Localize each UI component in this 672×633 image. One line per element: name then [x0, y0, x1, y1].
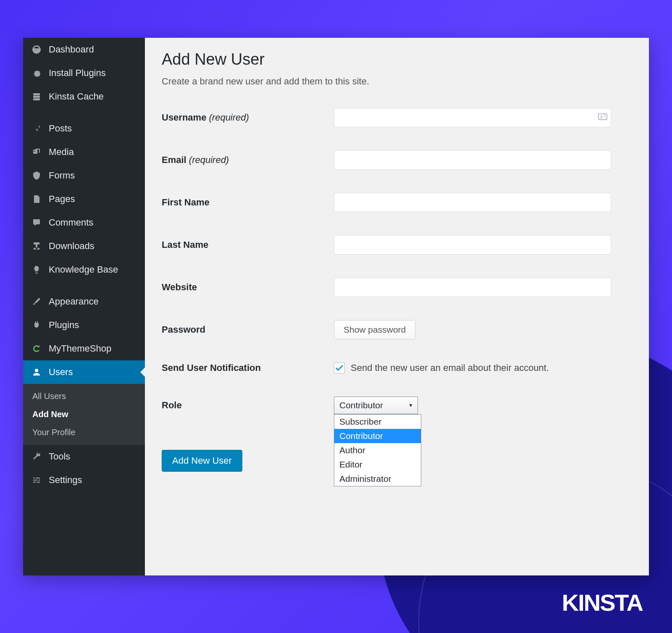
- download-icon: [31, 240, 42, 252]
- sidebar-item-tools[interactable]: Tools: [23, 445, 145, 468]
- role-select[interactable]: Contributor ▼: [334, 397, 418, 414]
- website-label: Website: [162, 282, 334, 293]
- bulb-icon: [31, 264, 42, 276]
- page-title: Add New User: [162, 50, 632, 68]
- sidebar-item-posts[interactable]: Posts: [23, 117, 145, 140]
- content-area: Add New User Create a brand new user and…: [145, 38, 649, 575]
- chevron-down-icon: ▼: [408, 402, 413, 408]
- role-dropdown: SubscriberContributorAuthorEditorAdminis…: [334, 414, 421, 486]
- sidebar-item-users[interactable]: Users: [23, 360, 145, 384]
- admin-window: DashboardInstall PluginsKinsta CachePost…: [23, 38, 649, 575]
- show-password-button[interactable]: Show password: [334, 320, 415, 339]
- email-label: Email (required): [162, 155, 334, 165]
- sidebar-item-label: Tools: [49, 451, 70, 462]
- sidebar-item-settings[interactable]: Settings: [23, 468, 145, 492]
- password-label: Password: [162, 324, 334, 335]
- email-input[interactable]: [334, 150, 611, 170]
- forms-icon: [31, 170, 42, 181]
- dashboard-icon: [31, 44, 42, 55]
- sidebar-item-mythemeshop[interactable]: MyThemeShop: [23, 337, 145, 360]
- firstname-input[interactable]: [334, 193, 611, 212]
- svg-point-4: [35, 369, 38, 372]
- svg-rect-0: [33, 93, 40, 95]
- website-input[interactable]: [334, 278, 611, 297]
- sidebar-item-label: Dashboard: [49, 44, 94, 55]
- sidebar-item-label: Appearance: [49, 296, 99, 307]
- lastname-input[interactable]: [334, 235, 611, 255]
- sidebar-item-label: Pages: [49, 194, 75, 205]
- username-label: Username (required): [162, 112, 334, 123]
- sidebar-item-label: Install Plugins: [49, 68, 106, 79]
- add-new-user-button[interactable]: Add New User: [162, 450, 242, 472]
- svg-point-3: [34, 151, 35, 152]
- svg-point-6: [601, 116, 602, 117]
- sidebar-item-label: Comments: [49, 217, 93, 228]
- sidebar-item-label: Posts: [49, 123, 72, 134]
- sidebar-item-knowledge-base[interactable]: Knowledge Base: [23, 258, 145, 281]
- send-notification-checkbox[interactable]: [334, 362, 345, 373]
- server-icon: [31, 91, 42, 102]
- role-label: Role: [162, 400, 334, 411]
- sidebar-item-install-plugins[interactable]: Install Plugins: [23, 61, 145, 85]
- sidebar-item-label: Kinsta Cache: [49, 91, 104, 102]
- svg-rect-2: [33, 98, 40, 100]
- admin-sidebar: DashboardInstall PluginsKinsta CachePost…: [23, 38, 145, 575]
- sidebar-item-label: Users: [49, 367, 73, 378]
- sidebar-item-comments[interactable]: Comments: [23, 211, 145, 234]
- role-option-administrator[interactable]: Administrator: [334, 472, 421, 486]
- sidebar-item-forms[interactable]: Forms: [23, 164, 145, 187]
- role-option-author[interactable]: Author: [334, 443, 421, 457]
- svg-rect-5: [598, 114, 607, 120]
- pin-icon: [31, 123, 42, 134]
- page-icon: [31, 193, 42, 205]
- lastname-label: Last Name: [162, 239, 334, 250]
- sidebar-item-appearance[interactable]: Appearance: [23, 290, 145, 313]
- refresh-icon: [31, 343, 42, 355]
- media-icon: [31, 146, 42, 158]
- plug-icon: [31, 319, 42, 331]
- sidebar-submenu: All UsersAdd NewYour Profile: [23, 384, 145, 445]
- sidebar-item-dashboard[interactable]: Dashboard: [23, 38, 145, 61]
- submenu-item-add-new[interactable]: Add New: [23, 405, 145, 423]
- sidebar-item-downloads[interactable]: Downloads: [23, 234, 145, 258]
- sidebar-item-plugins[interactable]: Plugins: [23, 313, 145, 337]
- page-subtitle: Create a brand new user and add them to …: [162, 76, 632, 87]
- kinsta-logo: KINSTA: [562, 589, 643, 616]
- submenu-item-all-users[interactable]: All Users: [23, 387, 145, 405]
- role-option-editor[interactable]: Editor: [334, 457, 421, 472]
- submenu-item-your-profile[interactable]: Your Profile: [23, 423, 145, 441]
- sidebar-item-label: Media: [49, 147, 74, 158]
- sidebar-item-label: Downloads: [49, 241, 94, 252]
- send-notification-text: Send the new user an email about their a…: [351, 362, 549, 373]
- sidebar-item-label: Forms: [49, 170, 75, 181]
- brush-icon: [31, 296, 42, 307]
- sidebar-item-kinsta-cache[interactable]: Kinsta Cache: [23, 85, 145, 108]
- wrench-icon: [31, 451, 42, 462]
- firstname-label: First Name: [162, 197, 334, 208]
- user-icon: [31, 366, 42, 378]
- sidebar-item-pages[interactable]: Pages: [23, 187, 145, 211]
- comment-icon: [31, 217, 42, 229]
- role-option-contributor[interactable]: Contributor: [334, 429, 421, 443]
- sidebar-item-label: MyThemeShop: [49, 343, 111, 354]
- gear-icon: [31, 67, 42, 79]
- role-option-subscriber[interactable]: Subscriber: [334, 415, 421, 429]
- contact-card-icon: [598, 112, 608, 123]
- username-input[interactable]: [334, 108, 611, 127]
- sliders-icon: [31, 474, 42, 486]
- sidebar-item-label: Settings: [49, 475, 82, 486]
- svg-rect-1: [33, 96, 40, 98]
- sidebar-item-label: Plugins: [49, 320, 79, 331]
- sidebar-item-media[interactable]: Media: [23, 140, 145, 164]
- sidebar-item-label: Knowledge Base: [49, 264, 118, 275]
- send-notification-label: Send User Notification: [162, 362, 334, 373]
